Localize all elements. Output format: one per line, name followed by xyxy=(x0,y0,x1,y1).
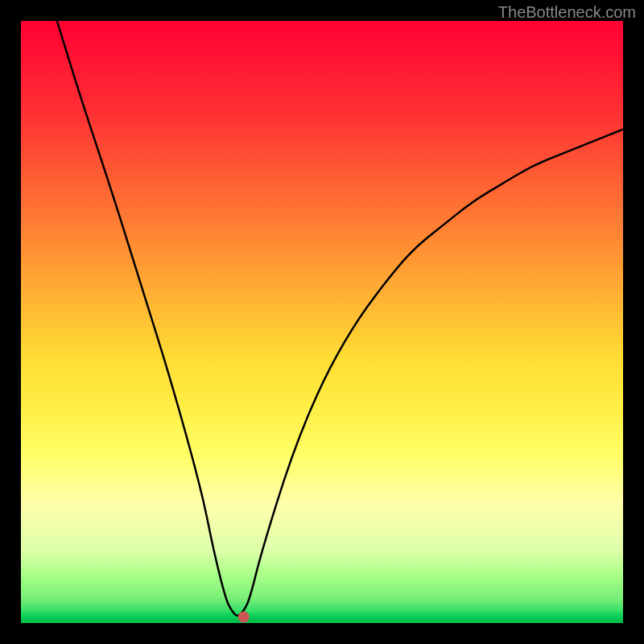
watermark-text: TheBottleneck.com xyxy=(498,3,636,22)
chart-svg xyxy=(21,21,623,623)
minimum-marker xyxy=(238,612,250,623)
bottleneck-curve xyxy=(57,21,623,616)
chart-area xyxy=(21,21,623,623)
